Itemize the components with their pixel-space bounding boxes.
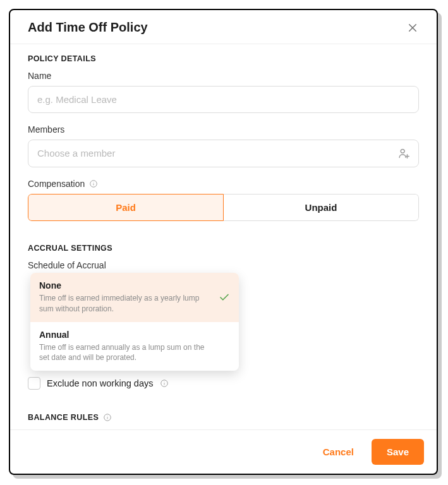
compensation-paid[interactable]: Paid [28, 194, 224, 221]
exclude-row: Exclude non working days [28, 377, 419, 390]
info-icon[interactable] [159, 378, 169, 388]
add-member-icon[interactable] [397, 147, 411, 160]
add-time-off-modal: Add Time Off Policy POLICY DETAILS Name … [9, 9, 438, 475]
section-balance: BALANCE RULES [28, 412, 419, 422]
cancel-button[interactable]: Cancel [320, 440, 356, 464]
compensation-label: Compensation [28, 179, 419, 189]
modal-footer: Cancel Save [10, 429, 437, 474]
members-placeholder: Choose a member [37, 148, 397, 159]
compensation-unpaid[interactable]: Unpaid [224, 194, 419, 221]
modal-title: Add Time Off Policy [28, 20, 148, 35]
schedule-option-none[interactable]: None Time off is earned immediately as a… [30, 273, 239, 322]
info-icon[interactable] [102, 412, 112, 422]
close-icon[interactable] [406, 21, 419, 34]
svg-point-7 [94, 182, 94, 183]
members-input[interactable]: Choose a member [28, 140, 419, 167]
info-icon[interactable] [88, 179, 99, 189]
save-button[interactable]: Save [372, 439, 424, 465]
modal-header: Add Time Off Policy [10, 10, 437, 44]
modal-body: POLICY DETAILS Name Members Choose a mem… [10, 44, 437, 429]
svg-point-13 [107, 416, 108, 416]
exclude-label: Exclude non working days [47, 378, 153, 388]
compensation-toggle: Paid Unpaid [28, 194, 419, 221]
name-input[interactable] [28, 86, 419, 113]
name-label: Name [28, 71, 419, 81]
exclude-checkbox[interactable] [28, 377, 40, 390]
check-icon [219, 292, 230, 303]
section-accrual: ACCRUAL SETTINGS [28, 244, 419, 253]
svg-point-2 [401, 149, 404, 153]
schedule-option-annual[interactable]: Annual Time off is earned annually as a … [30, 322, 239, 371]
schedule-label: Schedule of Accrual [28, 260, 419, 270]
members-label: Members [28, 124, 419, 135]
svg-point-10 [164, 381, 165, 382]
schedule-dropdown: None Time off is earned immediately as a… [30, 273, 239, 371]
section-policy-details: POLICY DETAILS [28, 54, 419, 63]
